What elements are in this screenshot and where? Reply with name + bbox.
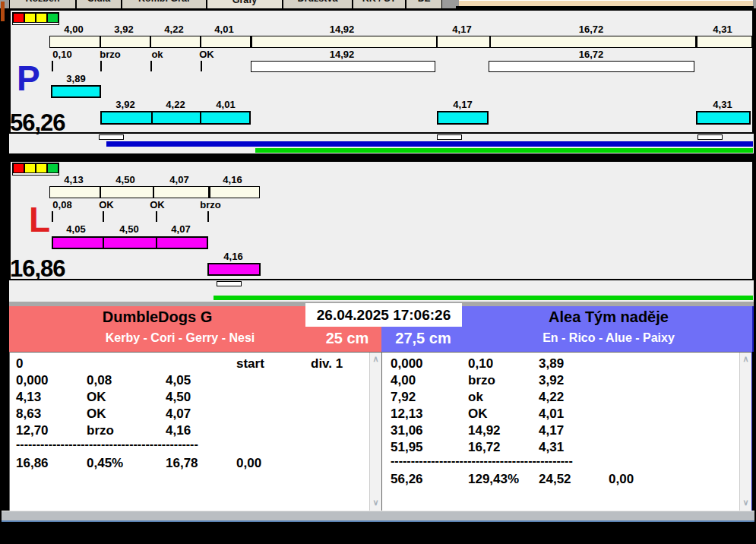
tab-label: Čidla bbox=[87, 0, 111, 4]
tab-grafy[interactable]: Grafy bbox=[207, 0, 283, 8]
table-cell: 4,00 bbox=[391, 373, 416, 388]
segment-divider bbox=[200, 36, 201, 47]
scroll-up-button[interactable]: ∧ bbox=[370, 353, 381, 365]
split-time-label: 4,01 bbox=[216, 99, 235, 110]
table-cell: 4,22 bbox=[539, 390, 564, 405]
total-penalty: 0,00 bbox=[236, 456, 261, 471]
tab-kombi-graf[interactable]: Kombi Graf bbox=[122, 0, 207, 8]
split-bar bbox=[103, 236, 157, 249]
split-bar bbox=[100, 111, 153, 125]
table-cell: 0,08 bbox=[87, 373, 112, 388]
sensor-label: OK bbox=[99, 199, 114, 210]
split-time-label: 4,05 bbox=[66, 223, 85, 235]
tab-rozbeh[interactable]: Rozběh bbox=[9, 0, 76, 8]
tab-label: KK / ST bbox=[362, 0, 396, 4]
light-yellow bbox=[24, 13, 36, 23]
lane-l-total-time: 16,86 bbox=[10, 255, 65, 283]
table-cell: 0 bbox=[16, 356, 23, 372]
scroll-down-button[interactable]: ∨ bbox=[740, 497, 751, 508]
dog-run-bar bbox=[251, 61, 435, 72]
split-time-label: 4,07 bbox=[171, 223, 190, 235]
split-time-label: 14,92 bbox=[330, 24, 355, 35]
table-cell: start bbox=[236, 356, 264, 372]
split-time-label: 4,13 bbox=[64, 174, 83, 185]
split-bar-total bbox=[49, 186, 260, 198]
split-time-label: 4,50 bbox=[115, 174, 134, 185]
tab-label: Družstva bbox=[298, 0, 338, 4]
split-bar bbox=[200, 111, 251, 125]
total-time: 56,26 bbox=[391, 472, 423, 487]
table-cell: 12,13 bbox=[391, 406, 423, 422]
table-cell: 4,01 bbox=[539, 406, 564, 422]
split-time-label: 4,16 bbox=[223, 251, 242, 262]
split-bar bbox=[156, 236, 208, 249]
tick-mark bbox=[103, 211, 104, 222]
tab-label: DZ bbox=[418, 0, 431, 4]
table-cell: 0,000 bbox=[391, 356, 423, 372]
total-percent: 0,45% bbox=[87, 456, 123, 471]
tab-kk-st[interactable]: KK / ST bbox=[353, 0, 406, 8]
split-time-label: 4,00 bbox=[64, 24, 83, 35]
segment-divider bbox=[100, 36, 101, 47]
table-cell: brzo bbox=[468, 373, 495, 388]
segment-divider bbox=[436, 36, 438, 47]
start-lights-icon bbox=[12, 163, 59, 176]
sensor-label: OK bbox=[150, 199, 165, 210]
table-cell: 31,06 bbox=[391, 423, 423, 438]
tab-cidla[interactable]: Čidla bbox=[76, 0, 122, 8]
tick-mark bbox=[156, 211, 157, 222]
split-bar bbox=[51, 85, 101, 98]
segment-divider bbox=[489, 36, 491, 47]
position-marker bbox=[697, 134, 723, 140]
lane-letter-l: L bbox=[29, 202, 50, 237]
sensor-label: OK bbox=[199, 49, 214, 60]
team-left-dogs: Kerby - Cori - Gerry - Nesi bbox=[9, 331, 351, 345]
split-bar bbox=[151, 111, 201, 125]
split-time-label: 4,17 bbox=[453, 99, 472, 110]
start-lights-icon bbox=[12, 12, 59, 25]
total-percent: 129,43% bbox=[468, 472, 519, 487]
tick-mark bbox=[201, 61, 202, 71]
table-cell: brzo bbox=[87, 423, 114, 438]
team-left-jump-height: 25 cm bbox=[305, 330, 389, 347]
split-time-label: 4,22 bbox=[164, 24, 183, 35]
tab-druzstva[interactable]: Družstva bbox=[283, 0, 353, 8]
team-right-results-table: 0,000 0,10 3,89 4,00 brzo 3,92 7,92 ok 4… bbox=[381, 352, 752, 511]
sensor-label: 0,08 bbox=[52, 199, 71, 210]
tab-dz[interactable]: DZ bbox=[406, 0, 442, 8]
scrollbar-track[interactable]: ∧ ∨ bbox=[369, 353, 381, 511]
divider bbox=[456, 6, 754, 8]
table-separator: ----------------------------------------… bbox=[391, 454, 634, 468]
table-cell: OK bbox=[87, 390, 106, 405]
table-cell: 0,000 bbox=[16, 373, 49, 388]
scroll-down-button[interactable]: ∨ bbox=[370, 497, 381, 508]
table-cell: 16,72 bbox=[468, 440, 501, 455]
split-time-label: 16,72 bbox=[579, 24, 604, 35]
table-cell: 4,13 bbox=[16, 390, 41, 405]
split-time-label: 4,07 bbox=[169, 174, 188, 185]
table-cell: 3,92 bbox=[539, 373, 564, 388]
split-time-label: 4,17 bbox=[452, 24, 471, 35]
table-cell: 4,17 bbox=[539, 423, 564, 438]
scrollbar-track[interactable]: ∧ ∨ bbox=[739, 353, 751, 511]
lane-letter-p: P bbox=[17, 61, 40, 96]
tab-label: Rozběh bbox=[25, 0, 59, 4]
light-yellow bbox=[36, 163, 47, 173]
app-window: Rozběh Čidla Kombi Graf Grafy Družstva K… bbox=[0, 0, 756, 544]
progress-bar-blue bbox=[106, 141, 753, 147]
section-divider bbox=[0, 153, 756, 160]
team-right-jump-height: 27,5 cm bbox=[381, 330, 465, 347]
table-cell: OK bbox=[87, 406, 106, 422]
tick-mark bbox=[150, 61, 152, 71]
segment-divider bbox=[695, 36, 697, 47]
split-time-label: 4,50 bbox=[119, 223, 138, 235]
tick-mark bbox=[52, 61, 53, 71]
sensor-label: 16,72 bbox=[579, 49, 604, 60]
split-time-label: 3,92 bbox=[114, 24, 133, 35]
total-time: 16,86 bbox=[16, 456, 49, 471]
table-cell: 51,95 bbox=[391, 440, 423, 455]
team-left-results-table: 0 start div. 1 0,000 0,08 4,05 4,13 OK 4… bbox=[9, 352, 381, 511]
sensor-label: brzo bbox=[100, 49, 120, 60]
table-cell: 7,92 bbox=[391, 390, 416, 405]
scroll-up-button[interactable]: ∧ bbox=[740, 353, 751, 365]
